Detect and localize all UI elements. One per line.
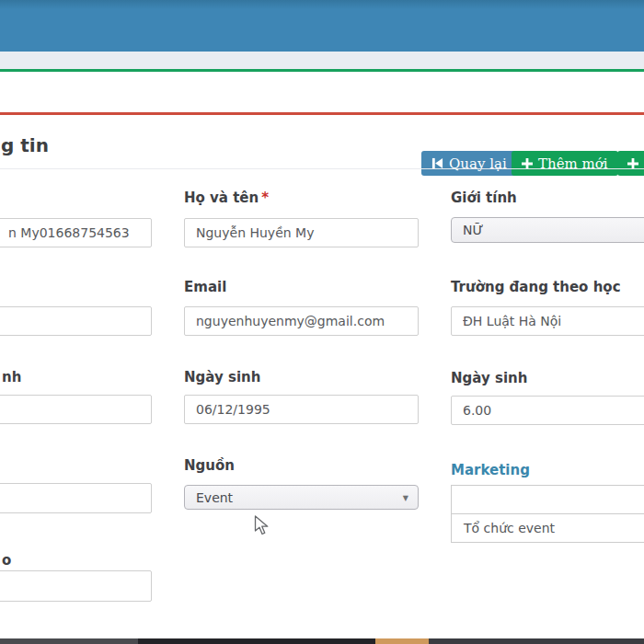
required-asterisk: * — [261, 190, 269, 206]
gender-select-value: NỮ — [463, 223, 483, 237]
dob2-label: Ngày sinh — [451, 370, 527, 386]
source-label: Nguồn — [184, 457, 235, 474]
page-title: g tin — [1, 134, 49, 156]
school-input[interactable] — [451, 306, 644, 336]
gender-select[interactable]: NỮ — [451, 217, 644, 243]
fullname-label: Họ và tên* — [184, 190, 269, 206]
taskbar-segment — [429, 638, 644, 644]
taskbar-accent-segment — [375, 638, 429, 644]
school-label: Trường đang theo học — [451, 279, 621, 295]
back-button[interactable]: Quay lại — [421, 151, 517, 176]
left-field4-input[interactable] — [0, 483, 152, 513]
marketing-suggestion-item[interactable]: Tổ chức event — [452, 514, 644, 542]
page: Quay lại Thêm mới g tin nh o Họ và tên* … — [0, 0, 644, 644]
gender-label: Giới tính — [451, 190, 517, 206]
left-field2-input[interactable] — [0, 306, 152, 336]
add-more-button[interactable] — [617, 151, 644, 176]
plus-icon — [522, 158, 533, 169]
plus-icon — [627, 158, 638, 169]
source-select[interactable]: Event ▼ — [184, 485, 419, 510]
header-bar — [0, 0, 644, 52]
dob2-input[interactable] — [451, 396, 644, 425]
subheader-strip — [0, 52, 644, 69]
dob-input[interactable] — [184, 395, 419, 424]
mouse-cursor — [254, 515, 270, 540]
email-input[interactable] — [184, 306, 419, 336]
email-label: Email — [184, 279, 226, 295]
taskbar-segment — [138, 638, 375, 644]
taskbar-segment — [0, 638, 138, 644]
left-field5-label: o — [2, 552, 11, 569]
chevron-down-icon: ▼ — [403, 493, 408, 501]
title-divider — [0, 168, 644, 169]
dob-label: Ngày sinh — [184, 369, 260, 385]
left-field1-input[interactable] — [0, 218, 152, 247]
add-new-button[interactable]: Thêm mới — [512, 151, 618, 176]
fullname-input[interactable] — [184, 218, 419, 247]
left-field3-input[interactable] — [0, 395, 152, 424]
marketing-label[interactable]: Marketing — [451, 462, 530, 478]
toolbar: Quay lại Thêm mới — [0, 72, 644, 112]
red-divider-line — [0, 112, 644, 115]
left-field3-label: nh — [2, 369, 21, 385]
marketing-input[interactable] — [452, 486, 644, 514]
left-field5-input[interactable] — [0, 570, 152, 602]
marketing-combo: Tổ chức event — [451, 485, 644, 543]
source-select-value: Event — [196, 490, 233, 505]
